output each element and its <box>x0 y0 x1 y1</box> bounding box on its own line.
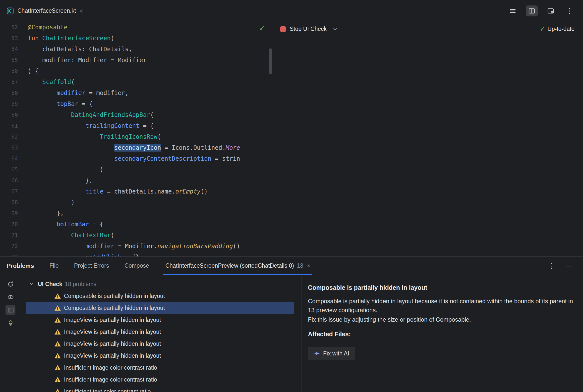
code-line[interactable]: 58 modifier = modifier, <box>0 88 273 98</box>
problem-item[interactable]: Insufficient text color contrast ratio <box>26 386 294 392</box>
preview-eye-icon[interactable] <box>6 292 16 302</box>
code-token: = Modifier. <box>114 243 157 250</box>
code-line[interactable]: 60 DatingAndFriendsAppBar( <box>0 110 273 120</box>
more-options-icon[interactable]: ⋮ <box>563 6 575 16</box>
line-number: 67 <box>0 186 18 197</box>
problem-item[interactable]: ImageView is partially hidden in layout <box>26 350 294 362</box>
problem-item-label: Insufficient image color contrast ratio <box>64 376 157 383</box>
line-number: 73 <box>0 252 18 256</box>
code-line[interactable]: 52@Composable <box>0 22 273 33</box>
stop-icon <box>280 26 286 32</box>
editor-scrollbar[interactable] <box>269 48 272 74</box>
code-line[interactable]: 66 }, <box>0 175 273 186</box>
editor-tab[interactable]: ChatInterfaceScreen.kt × <box>0 0 90 22</box>
problems-group-count: 18 problems <box>65 281 96 288</box>
details-view-icon[interactable] <box>6 305 16 315</box>
code-token: = strin <box>211 155 240 162</box>
code-token: More <box>226 144 240 151</box>
code-line[interactable]: 68 ) <box>0 197 273 208</box>
problem-item[interactable]: Composable is partially hidden in layout <box>26 302 294 314</box>
code-token: ( <box>71 78 74 86</box>
problems-title: Problems <box>7 262 34 270</box>
code-line[interactable]: 71 ChatTextBar( <box>0 230 273 241</box>
problem-item[interactable]: ImageView is partially hidden in layout <box>26 338 294 350</box>
problems-group-row[interactable]: UI Check 18 problems <box>21 278 301 290</box>
close-tab-icon[interactable]: × <box>79 8 83 14</box>
tab-file[interactable]: File <box>49 262 59 269</box>
code-line[interactable]: 62 TrailingIconsRow( <box>0 131 273 142</box>
code-line[interactable]: 61 trailingContent = { <box>0 120 273 131</box>
check-icon: ✓ <box>540 25 545 32</box>
close-tab-icon[interactable]: × <box>307 262 311 270</box>
code-token: = { <box>89 221 104 228</box>
window-toolbar: ⋮ <box>507 6 583 16</box>
chevron-down-icon[interactable] <box>332 26 338 32</box>
code-line[interactable]: 55 modifier: Modifier = Modifier <box>0 55 273 66</box>
code-line[interactable]: 73 onAddClick = {}, <box>0 252 273 256</box>
code-token: modifier <box>85 243 114 250</box>
code-line[interactable]: 65 ) <box>0 164 273 175</box>
tab-preview-check[interactable]: ChatInterfaceScreenPreview (sortedChatDe… <box>164 257 311 275</box>
split-editor-icon[interactable] <box>526 6 538 16</box>
problem-item[interactable]: Insufficient image color contrast ratio <box>26 374 294 386</box>
code-token: ( <box>111 35 114 42</box>
problem-item[interactable]: ImageView is partially hidden in layout <box>26 326 294 338</box>
code-text: bottomBar = { <box>28 219 103 230</box>
code-token: secondaryContentDescription <box>114 155 211 162</box>
structure-menu-icon[interactable] <box>507 6 519 16</box>
problem-item[interactable]: ImageView is partially hidden in layout <box>26 314 294 326</box>
code-line[interactable]: 67 title = chatDetails.name.orEmpty() <box>0 186 273 197</box>
code-line[interactable]: 72 modifier = Modifier.navigationBarsPad… <box>0 241 273 252</box>
tab-count-badge: 18 <box>297 262 304 269</box>
code-text: DatingAndFriendsAppBar( <box>28 110 154 120</box>
code-line[interactable]: 59 topBar = { <box>0 98 273 110</box>
code-token: = {}, <box>121 254 143 256</box>
problems-tree: UI Check 18 problems Composable is parti… <box>21 275 301 392</box>
code-text: Scaffold( <box>28 76 75 88</box>
line-number: 54 <box>0 44 18 55</box>
problems-panel: Problems File Project Errors Compose Cha… <box>0 256 583 392</box>
fix-with-ai-button[interactable]: Fix with AI <box>308 347 355 360</box>
stop-ui-check-button[interactable]: Stop UI Check <box>290 26 327 32</box>
code-text: @Composable <box>28 22 68 33</box>
tab-project-errors[interactable]: Project Errors <box>74 262 109 269</box>
code-line[interactable]: 53fun ChatInterfaceScreen( <box>0 33 273 44</box>
refresh-icon[interactable] <box>6 279 16 289</box>
minimize-icon[interactable]: — <box>566 262 572 270</box>
problems-tab-bar: Problems File Project Errors Compose Cha… <box>0 257 583 275</box>
quick-fix-bulb-icon[interactable] <box>6 318 16 328</box>
problem-item[interactable]: Composable is partially hidden in layout <box>26 290 294 302</box>
editor-tab-bar: ChatInterfaceScreen.kt × ⋮ <box>0 0 583 22</box>
code-token: TrailingIconsRow <box>100 133 157 140</box>
more-options-icon[interactable]: ⋮ <box>548 262 555 270</box>
code-line[interactable]: 70 bottomBar = { <box>0 219 273 230</box>
code-text: ChatTextBar( <box>28 230 114 241</box>
chevron-down-icon <box>29 281 34 287</box>
status-label: Up-to-date <box>547 26 574 32</box>
problems-list: Composable is partially hidden in layout… <box>21 290 301 392</box>
code-token <box>28 243 85 250</box>
code-line[interactable]: 63 secondaryIcon = Icons.Outlined.More <box>0 142 273 153</box>
problem-item-label: ImageView is partially hidden in layout <box>64 352 161 359</box>
code-line[interactable]: 57 Scaffold( <box>0 76 273 88</box>
tab-compose[interactable]: Compose <box>124 262 149 269</box>
code-token: = { <box>78 100 93 108</box>
code-editor[interactable]: 52@Composable53fun ChatInterfaceScreen(5… <box>0 22 273 256</box>
device-preview-icon[interactable] <box>545 6 557 16</box>
code-token <box>28 100 57 108</box>
line-number: 58 <box>0 88 18 98</box>
problems-body: UI Check 18 problems Composable is parti… <box>0 275 583 392</box>
code-text: ) <box>28 164 103 175</box>
problem-item[interactable]: Insufficient image color contrast ratio <box>26 362 294 374</box>
code-line[interactable]: 54 chatDetails: ChatDetails, <box>0 44 273 55</box>
inspections-ok-icon[interactable]: ✓ <box>259 24 265 32</box>
tab-preview-label: ChatInterfaceScreenPreview (sortedChatDe… <box>165 262 294 269</box>
android-studio-window: ChatInterfaceScreen.kt × ⋮ 52@Composable… <box>0 0 583 392</box>
code-line[interactable]: 69 }, <box>0 208 273 219</box>
line-number: 64 <box>0 153 18 164</box>
code-token <box>28 78 42 86</box>
code-text: topBar = { <box>28 98 93 110</box>
code-token: }, <box>28 210 64 217</box>
code-line[interactable]: 56) { <box>0 66 273 76</box>
code-line[interactable]: 64 secondaryContentDescription = strin <box>0 153 273 164</box>
